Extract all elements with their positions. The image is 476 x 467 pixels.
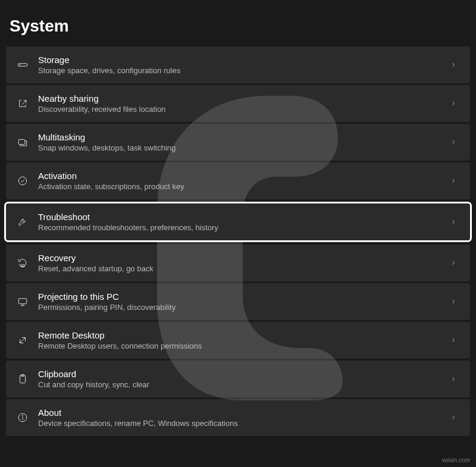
svg-point-1 bbox=[20, 64, 20, 65]
settings-item-storage[interactable]: Storage Storage space, drives, configura… bbox=[6, 46, 470, 83]
svg-point-13 bbox=[22, 415, 23, 416]
item-subtitle: Reset, advanced startup, go back bbox=[38, 264, 446, 273]
chevron-right-icon bbox=[446, 414, 461, 421]
chevron-right-icon bbox=[446, 337, 461, 344]
chevron-right-icon bbox=[446, 177, 461, 184]
item-title: Storage bbox=[38, 55, 446, 65]
svg-line-8 bbox=[20, 338, 26, 343]
settings-item-remote-desktop[interactable]: Remote Desktop Remote Desktop users, con… bbox=[6, 322, 470, 359]
item-title: Remote Desktop bbox=[38, 330, 446, 340]
item-title: Projecting to this PC bbox=[38, 292, 446, 302]
remote-icon bbox=[12, 335, 33, 346]
item-title: Multitasking bbox=[38, 132, 446, 142]
item-subtitle: Device specifications, rename PC, Window… bbox=[38, 419, 446, 428]
item-title: Nearby sharing bbox=[38, 93, 446, 104]
settings-item-activation[interactable]: Activation Activation state, subscriptio… bbox=[6, 162, 470, 199]
chevron-right-icon bbox=[446, 139, 461, 146]
svg-point-3 bbox=[18, 177, 27, 185]
storage-icon bbox=[12, 59, 33, 70]
item-subtitle: Permissions, pairing PIN, discoverabilit… bbox=[38, 303, 446, 312]
multitask-icon bbox=[12, 137, 33, 148]
settings-item-troubleshoot[interactable]: Troubleshoot Recommended troubleshooters… bbox=[6, 203, 470, 240]
clipboard-icon bbox=[12, 374, 33, 384]
project-icon bbox=[12, 296, 33, 307]
info-icon bbox=[12, 412, 33, 423]
item-subtitle: Storage space, drives, configuration rul… bbox=[38, 66, 446, 75]
item-subtitle: Discoverability, received files location bbox=[38, 105, 446, 114]
check-circle-icon bbox=[12, 175, 33, 186]
wrench-icon bbox=[12, 217, 33, 227]
page-title: System bbox=[0, 0, 476, 46]
item-title: Activation bbox=[38, 171, 446, 181]
svg-rect-5 bbox=[18, 299, 27, 304]
item-subtitle: Snap windows, desktops, task switching bbox=[38, 143, 446, 152]
item-title: Troubleshoot bbox=[38, 212, 446, 222]
settings-item-about[interactable]: About Device specifications, rename PC, … bbox=[6, 399, 470, 436]
item-subtitle: Activation state, subscriptions, product… bbox=[38, 182, 446, 191]
chevron-right-icon bbox=[446, 218, 461, 225]
settings-item-projecting[interactable]: Projecting to this PC Permissions, pairi… bbox=[6, 283, 470, 320]
settings-list: Storage Storage space, drives, configura… bbox=[0, 46, 476, 436]
chevron-right-icon bbox=[446, 298, 461, 305]
chevron-right-icon bbox=[446, 61, 461, 68]
settings-item-clipboard[interactable]: Clipboard Cut and copy history, sync, cl… bbox=[6, 361, 470, 397]
item-title: Clipboard bbox=[38, 369, 446, 379]
item-subtitle: Recommended troubleshooters, preferences… bbox=[38, 223, 446, 232]
settings-item-recovery[interactable]: Recovery Reset, advanced startup, go bac… bbox=[6, 245, 470, 281]
settings-item-multitasking[interactable]: Multitasking Snap windows, desktops, tas… bbox=[6, 124, 470, 161]
chevron-right-icon bbox=[446, 100, 461, 107]
svg-rect-2 bbox=[18, 140, 25, 145]
settings-item-nearby-sharing[interactable]: Nearby sharing Discoverability, received… bbox=[6, 85, 470, 122]
chevron-right-icon bbox=[446, 375, 461, 383]
item-title: About bbox=[38, 408, 446, 418]
chevron-right-icon bbox=[446, 259, 461, 267]
watermark-source: voixin.com bbox=[442, 457, 470, 463]
share-icon bbox=[12, 98, 33, 109]
item-title: Recovery bbox=[38, 253, 446, 263]
item-subtitle: Remote Desktop users, connection permiss… bbox=[38, 341, 446, 350]
recovery-icon bbox=[12, 258, 33, 268]
item-subtitle: Cut and copy history, sync, clear bbox=[38, 380, 446, 389]
